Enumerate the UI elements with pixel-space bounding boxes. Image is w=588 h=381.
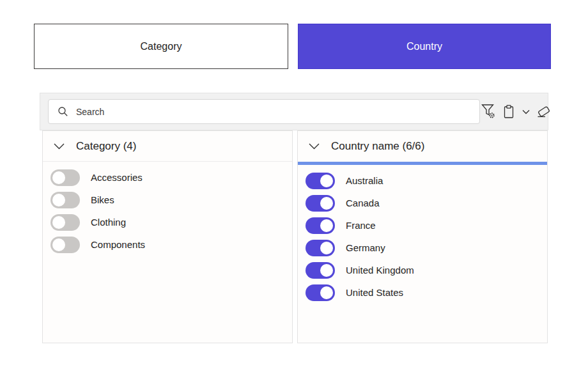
list-item: Canada: [306, 192, 547, 214]
list-item: Australia: [306, 169, 547, 192]
search-box[interactable]: [48, 99, 480, 124]
toggle-knob: [52, 238, 65, 251]
category-button[interactable]: Category: [34, 24, 288, 69]
toggle-knob: [320, 264, 333, 277]
toggle-knob: [320, 286, 333, 299]
country-item-list: Australia Canada France Germany: [298, 165, 547, 304]
item-label: Bikes: [91, 194, 114, 205]
toggle-knob: [52, 194, 65, 206]
item-label: Accessories: [91, 172, 143, 183]
toggle-on[interactable]: [306, 262, 335, 279]
toggle-knob: [320, 175, 333, 187]
list-item: Components: [50, 233, 292, 256]
country-button[interactable]: Country: [298, 24, 551, 69]
toggle-off[interactable]: [50, 214, 80, 231]
panel-title: Category (4): [76, 140, 136, 153]
category-panel-header[interactable]: Category (4): [43, 131, 292, 162]
item-label: Components: [91, 239, 145, 250]
toggle-knob: [320, 242, 333, 254]
category-slicer-panel: Category (4) Accessories Bikes: [42, 130, 293, 343]
item-label: Canada: [346, 198, 380, 208]
clear-selections-eraser-icon[interactable]: [535, 103, 552, 121]
chevron-down-icon[interactable]: [54, 141, 65, 152]
category-item-list: Accessories Bikes Clothing Compo: [43, 162, 292, 256]
country-slicer-panel: Country name (6/6) Australia Canada: [297, 130, 548, 343]
category-button-label: Category: [141, 41, 182, 52]
toggle-on[interactable]: [306, 240, 335, 256]
filter-settings-icon[interactable]: [480, 103, 497, 121]
item-label: United Kingdom: [346, 265, 414, 276]
paste-icon[interactable]: [500, 103, 517, 121]
list-item: Clothing: [50, 211, 292, 233]
toggle-off[interactable]: [50, 169, 80, 186]
item-label: Australia: [346, 175, 383, 186]
item-label: United States: [346, 287, 403, 298]
item-label: Germany: [346, 242, 385, 253]
toolbar-icons: [480, 103, 552, 121]
country-button-label: Country: [406, 41, 442, 52]
paste-dropdown-chevron-icon[interactable]: [521, 103, 531, 121]
toggle-off[interactable]: [50, 192, 80, 208]
toggle-knob: [52, 216, 65, 229]
list-item: France: [306, 214, 547, 237]
item-label: Clothing: [91, 217, 126, 228]
panel-title: Country name (6/6): [331, 140, 424, 153]
search-icon: [58, 106, 68, 117]
toggle-on[interactable]: [306, 284, 335, 301]
slicer-toolbar: [40, 93, 548, 130]
list-item: United Kingdom: [306, 259, 547, 281]
search-input[interactable]: [76, 107, 473, 117]
toggle-knob: [320, 219, 333, 232]
toggle-on[interactable]: [306, 217, 335, 234]
list-item: Germany: [306, 237, 547, 259]
toggle-knob: [320, 197, 333, 210]
toggle-on[interactable]: [306, 173, 335, 189]
chevron-down-icon[interactable]: [309, 141, 320, 152]
toggle-knob: [52, 171, 65, 184]
item-label: France: [346, 220, 376, 231]
country-panel-header[interactable]: Country name (6/6): [298, 131, 547, 162]
toggle-off[interactable]: [50, 237, 80, 253]
toggle-on[interactable]: [306, 195, 335, 212]
list-item: United States: [306, 281, 547, 304]
list-item: Accessories: [50, 166, 292, 189]
list-item: Bikes: [50, 189, 292, 211]
